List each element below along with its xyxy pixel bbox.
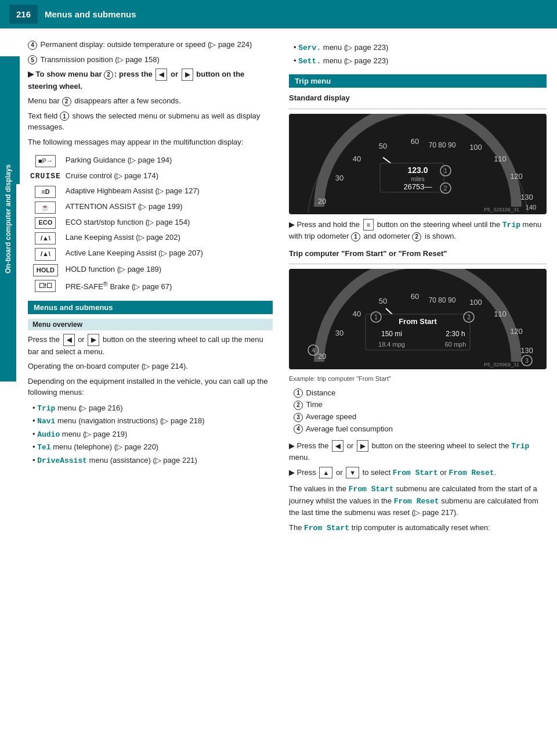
- trip-computer-items: 1 Distance 2 Time 3 Average speed 4 Aver…: [294, 387, 547, 435]
- svg-text:150 mi: 150 mi: [381, 330, 402, 338]
- trip-section-header: Trip menu: [289, 74, 547, 88]
- svg-text:2: 2: [444, 185, 447, 192]
- page-header: 216 Menus and submenus: [0, 0, 557, 28]
- svg-text:40: 40: [353, 154, 361, 163]
- svg-text:1: 1: [444, 168, 447, 174]
- table-row: /▲\ Lane Keeping Assist (▷ page 202): [28, 231, 273, 246]
- table-row: ☐!☐ PRE-SAFE® Brake (▷ page 67): [28, 278, 273, 294]
- cruise-icon-cell: CRUISE: [28, 169, 63, 183]
- svg-text:20: 20: [318, 352, 326, 361]
- attention-icon: ☕: [35, 201, 56, 214]
- presafe-icon: ☐!☐: [35, 280, 56, 292]
- item-5: 5 Transmission position (▷ page 158): [28, 54, 273, 66]
- svg-text:P5_329106_31: P5_329106_31: [484, 207, 519, 213]
- list-item: DriveAssist menu (assistance) (▷ page 22…: [32, 454, 273, 467]
- hold-text: HOLD function (▷ page 189): [63, 262, 273, 278]
- from-start-reset-note: The From Start trip computer is automati…: [289, 522, 547, 534]
- svg-text:50: 50: [379, 297, 387, 305]
- svg-text:P5_329969_31: P5_329969_31: [484, 362, 519, 368]
- list-item: Audio menu (▷ page 219): [32, 428, 273, 441]
- table-row: ■P→ Parking Guidance (▷ page 194): [28, 153, 273, 169]
- icon-table: ■P→ Parking Guidance (▷ page 194) CRUISE…: [28, 153, 273, 294]
- press-select-text: ▶ Press the ◀ or ▶ button on the steerin…: [289, 440, 547, 463]
- menu-list: Trip menu (▷ page 216) Navi menu (naviga…: [32, 402, 273, 467]
- svg-text:60: 60: [411, 292, 419, 301]
- list-item: Tel menu (telephone) (▷ page 220): [32, 441, 273, 454]
- svg-text:120: 120: [510, 327, 523, 336]
- list-item: 2 Time: [294, 399, 547, 411]
- divider-1: [289, 109, 547, 109]
- svg-text:3: 3: [525, 358, 529, 364]
- standard-gauge: 20 30 40 50 60 70 80 90 100 110 120 130 …: [289, 114, 547, 214]
- table-row: ≡D Adaptive Highbeam Assist (▷ page 127): [28, 184, 273, 200]
- svg-text:20: 20: [318, 197, 326, 206]
- highbeam-text: Adaptive Highbeam Assist (▷ page 127): [63, 184, 273, 200]
- parking-icon-cell: ■P→: [28, 153, 63, 169]
- svg-text:2:30 h: 2:30 h: [446, 330, 465, 338]
- presafe-text: PRE-SAFE® Brake (▷ page 67): [63, 278, 273, 294]
- svg-text:50: 50: [379, 142, 387, 150]
- eco-icon-cell: ECO: [28, 215, 63, 230]
- eco-text: ECO start/stop function (▷ page 154): [63, 215, 273, 230]
- list-item: Sett. menu (▷ page 223): [294, 55, 547, 68]
- attention-text: ATTENTION ASSIST (▷ page 199): [63, 200, 273, 215]
- svg-text:130: 130: [520, 346, 533, 355]
- active-lane-icon-cell: /▲\: [28, 246, 63, 262]
- svg-text:100: 100: [469, 298, 482, 307]
- menu-bar-note: Menu bar 2 disappears after a few second…: [28, 95, 273, 107]
- list-item: Navi menu (navigation instructions) (▷ p…: [32, 415, 273, 428]
- svg-text:18.4 mpg: 18.4 mpg: [378, 341, 405, 348]
- svg-text:30: 30: [335, 174, 343, 182]
- svg-text:From Start: From Start: [399, 317, 437, 326]
- item-4: 4 Permanent display: outside temperature…: [28, 39, 273, 51]
- right-column: Serv. menu (▷ page 223) Sett. menu (▷ pa…: [283, 28, 557, 548]
- circle-5: 5: [28, 55, 37, 64]
- left-column: 4 Permanent display: outside temperature…: [16, 28, 283, 548]
- svg-text:2: 2: [467, 314, 471, 321]
- standard-display-title: Standard display: [289, 92, 547, 104]
- svg-text:60: 60: [411, 137, 419, 146]
- list-item: 1 Distance: [294, 387, 547, 399]
- hold-icon: HOLD: [33, 264, 58, 276]
- text-field-note: Text field 1 shows the selected menu or …: [28, 110, 273, 133]
- presafe-icon-cell: ☐!☐: [28, 278, 63, 294]
- svg-text:70 80 90: 70 80 90: [429, 296, 456, 304]
- parking-text: Parking Guidance (▷ page 194): [63, 153, 273, 169]
- svg-text:110: 110: [494, 309, 507, 318]
- active-lane-icon: /▲\: [35, 248, 56, 260]
- highbeam-icon: ≡D: [35, 186, 56, 198]
- list-item: Trip menu (▷ page 216): [32, 402, 273, 415]
- svg-text:miles: miles: [411, 176, 424, 182]
- table-row: HOLD HOLD function (▷ page 189): [28, 262, 273, 278]
- lane-icon: /▲\: [35, 232, 56, 244]
- svg-text:26753—: 26753—: [403, 182, 432, 191]
- press-fromstart-text: ▶ Press ▲ or ▼ to select From Start or F…: [289, 467, 547, 479]
- operating-text: Operating the on-board computer (▷ page …: [28, 361, 273, 372]
- list-item: 3 Average speed: [294, 411, 547, 423]
- svg-text:30: 30: [335, 329, 343, 337]
- following-note: The following messages may appear in the…: [28, 136, 273, 148]
- table-row: ECO ECO start/stop function (▷ page 154): [28, 215, 273, 230]
- active-lane-text: Active Lane Keeping Assist (▷ page 207): [63, 246, 273, 262]
- trip-computer-title: Trip computer "From Start" or "From Rese…: [289, 248, 547, 260]
- page-title: Menus and submenus: [45, 9, 136, 19]
- svg-text:120: 120: [510, 172, 523, 181]
- page-number: 216: [9, 5, 38, 24]
- attention-icon-cell: ☕: [28, 200, 63, 215]
- lane-text: Lane Keeping Assist (▷ page 202): [63, 231, 273, 246]
- cruise-text-cell: Cruise control (▷ page 174): [63, 169, 273, 183]
- example-caption: Example: trip computer "From Start": [289, 374, 547, 384]
- cruise-icon: CRUISE: [30, 172, 61, 181]
- svg-text:100: 100: [469, 143, 482, 152]
- depending-text: Depending on the equipment installed in …: [28, 376, 273, 398]
- extra-menu-list: Serv. menu (▷ page 223) Sett. menu (▷ pa…: [294, 41, 547, 67]
- svg-text:110: 110: [494, 154, 507, 163]
- list-item: Serv. menu (▷ page 223): [294, 41, 547, 55]
- svg-text:1: 1: [374, 314, 378, 321]
- circle-4: 4: [28, 41, 37, 50]
- highbeam-icon-cell: ≡D: [28, 184, 63, 200]
- trip-computer-gauge: 20 30 40 50 60 70 80 90 100 110 120 130 …: [289, 269, 547, 369]
- svg-text:4: 4: [312, 347, 315, 354]
- table-row: /▲\ Active Lane Keeping Assist (▷ page 2…: [28, 246, 273, 262]
- table-row: ☕ ATTENTION ASSIST (▷ page 199): [28, 200, 273, 215]
